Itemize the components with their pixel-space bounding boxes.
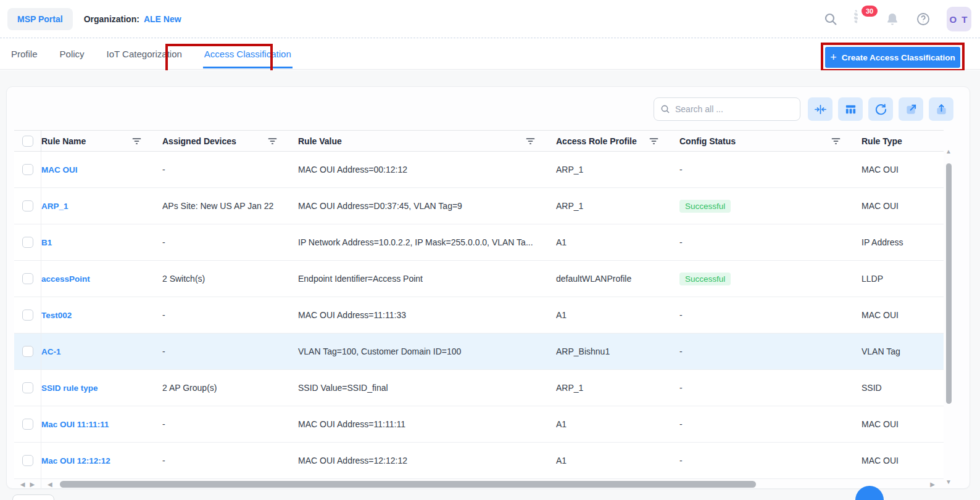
rule-value-cell: MAC OUI Address=D0:37:45, VLAN Tag=9 [298, 201, 556, 211]
table-row[interactable]: MAC OUI - MAC OUI Address=00:12:12 ARP_1… [14, 152, 944, 188]
assigned-devices-cell: - [162, 310, 298, 320]
config-status-cell: - [679, 383, 862, 393]
user-avatar[interactable]: O T [947, 7, 971, 31]
table-row[interactable]: ARP_1 APs Site: New US AP Jan 22 MAC OUI… [14, 188, 944, 224]
top-bar: MSP Portal Organization: ALE New 30 [0, 0, 980, 38]
filter-icon[interactable] [268, 137, 277, 145]
vertical-scrollbar-thumb[interactable] [946, 163, 952, 404]
tab-policy[interactable]: Policy [59, 40, 86, 68]
row-checkbox[interactable] [22, 346, 33, 357]
search-box [654, 97, 800, 121]
hscroll-left-arrow[interactable]: ◀ [48, 481, 52, 488]
column-label: Rule Value [298, 136, 342, 146]
open-external-button[interactable] [899, 97, 923, 121]
refresh-button[interactable] [868, 97, 893, 121]
search-input[interactable] [675, 104, 794, 114]
app-window: MSP Portal Organization: ALE New 30 [0, 0, 980, 500]
search-icon[interactable] [823, 12, 838, 27]
manage-columns-button[interactable] [838, 97, 863, 121]
filter-icon[interactable] [132, 137, 141, 145]
export-button[interactable] [929, 97, 953, 121]
filter-icon[interactable] [649, 137, 658, 145]
bell-icon[interactable] [885, 12, 900, 27]
table-row-highlighted[interactable]: AC-1 - VLAN Tag=100, Customer Domain ID=… [14, 334, 944, 370]
column-header-access-role-profile[interactable]: Access Role Profile [556, 131, 679, 151]
rule-name-link[interactable]: Mac OUI 12:12:12 [41, 456, 110, 465]
column-header-rule-value[interactable]: Rule Value [298, 131, 556, 151]
vscroll-up-arrow[interactable]: ▲ [945, 149, 952, 155]
table-row[interactable]: Mac OUI 11:11:11 - MAC OUI Address=11:11… [14, 406, 944, 443]
table-row[interactable]: Mac OUI 12:12:12 - MAC OUI Address=12:12… [14, 443, 944, 479]
rules-table: Rule Name Assigned Devices [14, 130, 944, 479]
rule-name-link[interactable]: Mac OUI 11:11:11 [41, 420, 109, 429]
tab-access-classification[interactable]: Access Classification [203, 40, 293, 68]
columns-icon [844, 103, 857, 116]
row-checkbox-cell [14, 443, 41, 478]
pinned-scroll-arrows[interactable]: ◀ ▶ [14, 479, 41, 489]
access-classification-panel: Rule Name Assigned Devices [6, 86, 970, 489]
select-all-checkbox[interactable] [22, 136, 33, 147]
row-checkbox[interactable] [22, 237, 33, 248]
access-role-profile-cell: A1 [556, 237, 679, 247]
rule-value-cell: MAC OUI Address=00:12:12 [298, 165, 556, 174]
vertical-scrollbar[interactable] [946, 156, 952, 474]
column-header-config-status[interactable]: Config Status [679, 131, 862, 151]
rule-name-link[interactable]: AC-1 [41, 347, 61, 356]
column-header-assigned-devices[interactable]: Assigned Devices [162, 131, 298, 151]
refresh-icon [874, 103, 887, 116]
access-role-profile-cell: ARP_1 [556, 201, 679, 211]
column-header-rule-name[interactable]: Rule Name [41, 131, 162, 151]
rule-value-cell: IP Network Address=10.0.2.2, IP Mask=255… [298, 237, 556, 247]
horizontal-scrollbar[interactable] [57, 481, 926, 488]
filter-icon[interactable] [526, 137, 535, 145]
loading-spinner-icon[interactable]: 30 [854, 12, 869, 27]
create-button-label: Create Access Classification [842, 53, 955, 62]
row-checkbox[interactable] [22, 309, 33, 321]
table-row[interactable]: SSID rule type 2 AP Group(s) SSID Value=… [14, 370, 944, 406]
table-row[interactable]: accessPoint 2 Switch(s) Endpoint Identif… [14, 261, 944, 297]
msp-portal-button[interactable]: MSP Portal [7, 8, 73, 30]
row-checkbox[interactable] [22, 455, 33, 466]
rule-name-link[interactable]: SSID rule type [41, 383, 98, 393]
filter-icon[interactable] [831, 137, 841, 145]
status-badge: Successful [679, 273, 731, 285]
rule-name-link[interactable]: accessPoint [41, 274, 90, 284]
row-checkbox[interactable] [22, 419, 33, 430]
row-checkbox[interactable] [22, 164, 33, 175]
page-size-button[interactable] [12, 494, 54, 500]
status-badge: Successful [679, 200, 731, 213]
tab-profile[interactable]: Profile [10, 40, 39, 68]
rule-name-link[interactable]: MAC OUI [41, 165, 78, 174]
config-status-cell: Successful [679, 200, 862, 213]
fit-columns-icon [814, 103, 827, 116]
tab-iot-categorization[interactable]: IoT Categorization [106, 40, 183, 68]
assigned-devices-cell: - [162, 419, 298, 429]
help-icon[interactable] [916, 12, 931, 27]
spinner-circle [854, 10, 858, 24]
rule-value-cell: Endpoint Identifier=Access Point [298, 274, 556, 284]
row-checkbox[interactable] [22, 200, 33, 211]
config-status-cell: - [679, 310, 862, 320]
fit-columns-button[interactable] [808, 97, 833, 121]
config-status-cell: - [679, 237, 862, 247]
pinned-left-arrow-icon[interactable]: ◀ [20, 481, 25, 488]
row-checkbox-cell [14, 152, 41, 187]
organization-value-link[interactable]: ALE New [144, 14, 181, 24]
rule-name-link[interactable]: B1 [41, 238, 52, 247]
horizontal-scrollbar-thumb[interactable] [60, 481, 756, 488]
rule-type-cell: MAC OUI [862, 419, 944, 429]
column-header-rule-type[interactable]: Rule Type [862, 131, 944, 151]
rule-name-link[interactable]: ARP_1 [41, 202, 69, 211]
table-row[interactable]: B1 - IP Network Address=10.0.2.2, IP Mas… [14, 224, 944, 261]
create-access-classification-button[interactable]: + Create Access Classification [825, 47, 960, 68]
rule-name-link[interactable]: Test002 [41, 311, 72, 320]
rule-type-cell: VLAN Tag [862, 346, 944, 356]
row-checkbox[interactable] [22, 382, 33, 393]
assigned-devices-cell: - [162, 456, 298, 465]
vscroll-down-arrow[interactable]: ▼ [945, 479, 952, 485]
table-row[interactable]: Test002 - MAC OUI Address=11:11:33 A1 - … [14, 297, 944, 334]
pinned-right-arrow-icon[interactable]: ▶ [30, 481, 35, 488]
organization-label: Organization: [84, 14, 139, 24]
hscroll-right-arrow[interactable]: ▶ [930, 481, 935, 488]
row-checkbox[interactable] [22, 273, 33, 284]
